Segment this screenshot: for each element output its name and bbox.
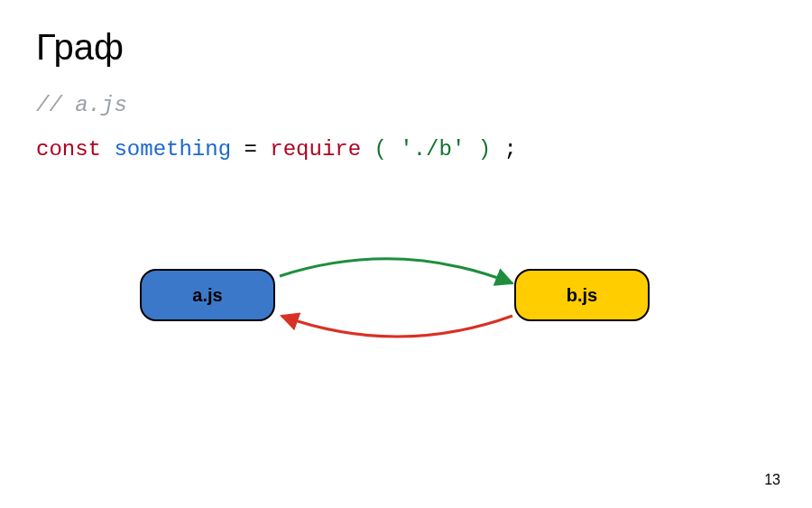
code-rparen: ) xyxy=(478,137,491,162)
page-title: Граф xyxy=(36,27,776,68)
edge-a-to-b xyxy=(280,259,512,283)
graph-arrows xyxy=(0,253,812,433)
code-line: const something = require ( './b' ) ; xyxy=(36,137,776,162)
page-number: 13 xyxy=(764,472,780,488)
code-string: './b' xyxy=(400,137,465,162)
graph-node-a-label: a.js xyxy=(192,285,222,306)
code-lparen: ( xyxy=(374,137,387,162)
graph-node-a: a.js xyxy=(140,269,275,321)
graph-diagram: a.js b.js xyxy=(0,253,812,433)
slide: Граф // a.js const something = require (… xyxy=(0,0,812,508)
code-comment: // a.js xyxy=(36,93,776,117)
code-equals: = xyxy=(244,137,270,162)
edge-b-to-a xyxy=(281,316,512,337)
code-function-require: require xyxy=(270,137,361,162)
graph-node-b: b.js xyxy=(514,269,650,321)
code-semicolon: ; xyxy=(504,137,517,162)
code-identifier: something xyxy=(114,137,231,162)
code-keyword-const: const xyxy=(36,137,101,162)
graph-node-b-label: b.js xyxy=(567,285,597,306)
